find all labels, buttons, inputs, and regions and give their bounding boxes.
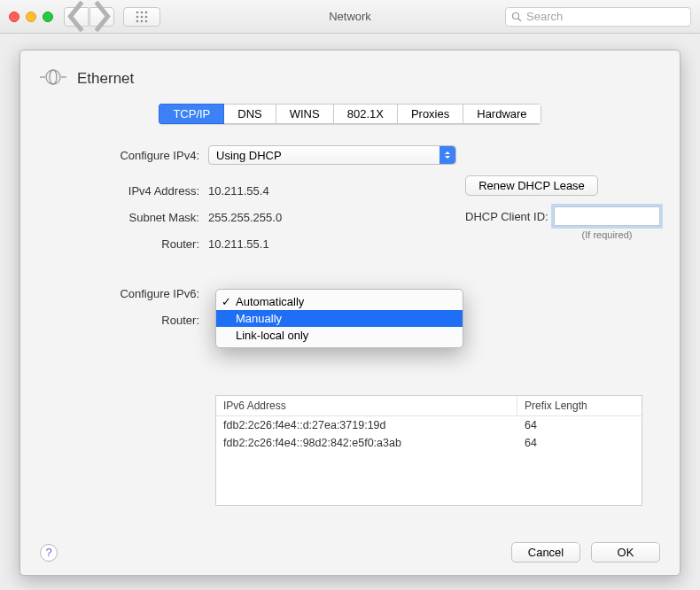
svg-point-0 <box>136 11 139 13</box>
ethernet-icon <box>40 66 66 91</box>
window-title: Network <box>329 10 371 23</box>
svg-point-4 <box>141 15 144 18</box>
help-button[interactable]: ? <box>40 544 58 562</box>
svg-point-5 <box>145 15 148 18</box>
cell-prefix: 64 <box>517 416 642 434</box>
ipv6-option-automatically[interactable]: Automatically <box>216 293 463 310</box>
svg-point-2 <box>145 11 148 13</box>
configure-ipv4-label: Configure IPv4: <box>40 149 208 162</box>
svg-line-10 <box>518 19 521 21</box>
svg-point-8 <box>145 19 148 22</box>
configure-ipv6-dropdown[interactable]: Automatically Manually Link-local only <box>215 289 463 348</box>
ipv4-router-value: 10.211.55.1 <box>208 237 269 251</box>
ipv4-address-value: 10.211.55.4 <box>208 184 269 198</box>
subnet-mask-label: Subnet Mask: <box>40 211 208 224</box>
ipv6-option-manually[interactable]: Manually <box>216 310 463 327</box>
tab-8021x[interactable]: 802.1X <box>334 104 398 124</box>
titlebar: Network Search <box>0 0 700 34</box>
col-prefix-length: Prefix Length <box>517 396 642 415</box>
svg-point-1 <box>141 11 144 13</box>
close-icon[interactable] <box>9 12 19 22</box>
svg-point-9 <box>513 12 519 19</box>
settings-sheet: Ethernet TCP/IP DNS WINS 802.1X Proxies … <box>19 50 681 576</box>
tab-dns[interactable]: DNS <box>224 104 276 124</box>
tab-wins[interactable]: WINS <box>276 104 334 124</box>
svg-point-7 <box>141 19 144 22</box>
ipv6-router-label: Router: <box>40 314 208 327</box>
col-ipv6-address: IPv6 Address <box>216 396 517 415</box>
configure-ipv4-select[interactable]: Using DHCP <box>208 145 456 165</box>
dhcp-client-id-label: DHCP Client ID: <box>465 210 548 223</box>
ipv6-address-table: IPv6 Address Prefix Length fdb2:2c26:f4e… <box>215 395 642 506</box>
interface-title: Ethernet <box>77 70 134 88</box>
table-header: IPv6 Address Prefix Length <box>216 396 642 416</box>
tab-proxies[interactable]: Proxies <box>398 104 463 124</box>
search-icon <box>511 12 522 22</box>
search-placeholder: Search <box>526 10 563 23</box>
subnet-mask-value: 255.255.255.0 <box>208 211 282 224</box>
forward-button[interactable] <box>89 7 114 27</box>
cancel-button[interactable]: Cancel <box>511 542 580 563</box>
ok-button[interactable]: OK <box>591 542 660 563</box>
back-button[interactable] <box>64 7 89 27</box>
sheet-header: Ethernet <box>40 66 660 91</box>
table-row: fdb2:2c26:f4e4::d:27ea:3719:19d 64 <box>216 416 642 434</box>
configure-ipv4-value: Using DHCP <box>216 149 282 162</box>
renew-dhcp-button[interactable]: Renew DHCP Lease <box>465 175 598 196</box>
minimize-icon[interactable] <box>26 12 36 22</box>
dhcp-side: Renew DHCP Lease DHCP Client ID: (If req… <box>465 175 660 240</box>
dhcp-client-id-input[interactable] <box>554 206 660 226</box>
svg-point-3 <box>136 15 139 18</box>
tab-hardware[interactable]: Hardware <box>463 104 541 124</box>
cell-prefix: 64 <box>517 434 642 452</box>
svg-point-11 <box>50 70 57 84</box>
ipv4-address-label: IPv4 Address: <box>40 184 208 198</box>
chevron-updown-icon <box>439 146 455 164</box>
tab-tcpip[interactable]: TCP/IP <box>159 104 224 124</box>
svg-point-12 <box>46 70 60 84</box>
table-row: fdb2:2c26:f4e4::98d2:842:e5f0:a3ab 64 <box>216 434 642 452</box>
configure-ipv6-label: Configure IPv6: <box>40 287 208 300</box>
dhcp-client-id-hint: (If required) <box>554 229 660 240</box>
ipv6-option-link-local[interactable]: Link-local only <box>216 327 463 344</box>
sheet-footer: ? Cancel OK <box>40 542 660 563</box>
window-controls <box>9 12 53 22</box>
cell-ipv6-address: fdb2:2c26:f4e4::d:27ea:3719:19d <box>216 416 517 434</box>
nav-buttons <box>64 7 114 27</box>
search-input[interactable]: Search <box>505 7 691 27</box>
cell-ipv6-address: fdb2:2c26:f4e4::98d2:842:e5f0:a3ab <box>216 434 517 452</box>
show-all-button[interactable] <box>123 7 160 27</box>
zoom-icon[interactable] <box>43 12 53 22</box>
tab-bar: TCP/IP DNS WINS 802.1X Proxies Hardware <box>40 104 660 124</box>
ipv4-router-label: Router: <box>40 237 208 251</box>
svg-point-6 <box>136 19 139 22</box>
form-area: Configure IPv4: Using DHCP IPv4 Address:… <box>40 142 660 506</box>
